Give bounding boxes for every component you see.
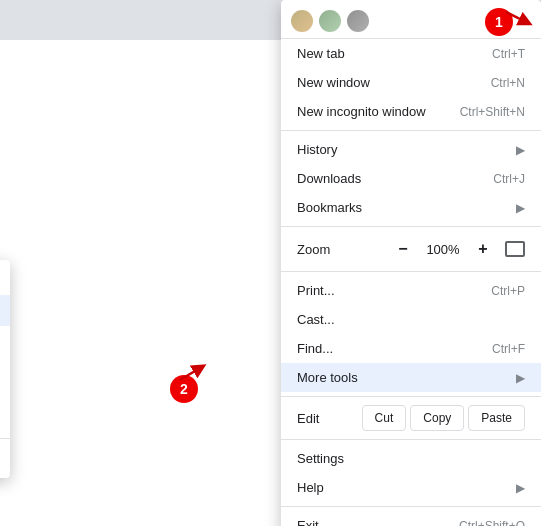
zoom-row: Zoom − 100% + (281, 231, 541, 267)
copy-button[interactable]: Copy (410, 405, 464, 431)
divider-2 (281, 226, 541, 227)
submenu-more-tools: Save page as... Ctrl+S Add to desktop...… (0, 260, 10, 478)
menu-item-history[interactable]: History ▶ (281, 135, 541, 164)
zoom-minus-button[interactable]: − (389, 235, 417, 263)
divider-6 (281, 506, 541, 507)
divider-5 (281, 439, 541, 440)
annotation-2: 2 (170, 375, 198, 403)
zoom-value: 100% (425, 242, 461, 257)
edit-row: Edit Cut Copy Paste (281, 401, 541, 435)
menu-item-new-window[interactable]: New window Ctrl+N (281, 68, 541, 97)
menu-item-downloads[interactable]: Downloads Ctrl+J (281, 164, 541, 193)
page-content (0, 40, 290, 526)
menu-avatar-2 (319, 10, 341, 32)
cut-button[interactable]: Cut (362, 405, 407, 431)
main-menu: New tab Ctrl+T New window Ctrl+N New inc… (281, 0, 541, 526)
submenu-item-task-manager[interactable]: Task manager Shift+Esc (0, 403, 10, 434)
annotation-1: 1 (485, 8, 513, 36)
submenu-item-save-page[interactable]: Save page as... Ctrl+S (0, 264, 10, 295)
divider-1 (281, 130, 541, 131)
menu-item-settings[interactable]: Settings (281, 444, 541, 473)
menu-item-print[interactable]: Print... Ctrl+P (281, 276, 541, 305)
submenu-item-add-to-desktop[interactable]: Add to desktop... (0, 295, 10, 326)
menu-item-new-tab[interactable]: New tab Ctrl+T (281, 39, 541, 68)
menu-item-find[interactable]: Find... Ctrl+F (281, 334, 541, 363)
menu-avatar-1 (291, 10, 313, 32)
zoom-plus-button[interactable]: + (469, 235, 497, 263)
fullscreen-button[interactable] (505, 241, 525, 257)
submenu-item-clear-browsing[interactable]: Clear browsing da... Ctrl+Shift+Del (0, 326, 10, 372)
menu-item-help[interactable]: Help ▶ (281, 473, 541, 502)
submenu-item-dev-tools[interactable]: Developer tools Ctrl+Shift+I (0, 443, 10, 474)
menu-item-incognito[interactable]: New incognito window Ctrl+Shift+N (281, 97, 541, 126)
submenu-divider (0, 438, 10, 439)
menu-item-cast[interactable]: Cast... (281, 305, 541, 334)
submenu-item-extensions[interactable]: Extensions (0, 372, 10, 403)
menu-item-bookmarks[interactable]: Bookmarks ▶ (281, 193, 541, 222)
menu-item-more-tools[interactable]: More tools ▶ (281, 363, 541, 392)
divider-3 (281, 271, 541, 272)
menu-item-exit[interactable]: Exit Ctrl+Shift+Q (281, 511, 541, 526)
paste-button[interactable]: Paste (468, 405, 525, 431)
menu-avatar-3 (347, 10, 369, 32)
divider-4 (281, 396, 541, 397)
